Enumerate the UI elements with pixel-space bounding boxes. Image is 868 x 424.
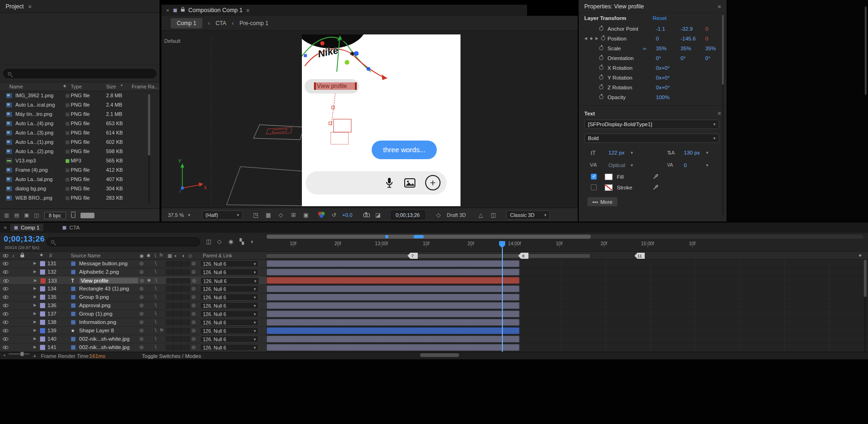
- frame-blending-icon[interactable]: ▚: [240, 238, 244, 245]
- list-item[interactable]: Auto La...(2).pngPNG file598 KB: [0, 147, 160, 156]
- timeline-zoom-slider[interactable]: [8, 353, 30, 355]
- region-of-interest-icon[interactable]: ◳: [252, 212, 260, 218]
- tracking-value[interactable]: 0: [684, 162, 687, 168]
- parent-pickwhip-icon[interactable]: ◎: [192, 303, 196, 308]
- font-style-dropdown[interactable]: Bold▾: [584, 134, 719, 143]
- quality-icon[interactable]: ∖: [154, 269, 157, 274]
- layer-color-chip[interactable]: [40, 303, 45, 308]
- quality-icon[interactable]: ∖: [154, 336, 157, 341]
- parent-pickwhip-icon[interactable]: ◎: [192, 261, 196, 266]
- layer-switches[interactable]: [166, 319, 190, 325]
- plus-button[interactable]: +: [425, 175, 441, 190]
- shy-icon[interactable]: ◎: [140, 344, 144, 350]
- input-dock-pill[interactable]: +: [306, 171, 447, 195]
- parent-link-dropdown[interactable]: 126. Null 6▾: [200, 260, 259, 267]
- list-item[interactable]: WEB BRO...pngPNG file283 KB: [0, 194, 160, 203]
- layer-name[interactable]: Rectangle 43 (1).png: [79, 286, 138, 291]
- column-type[interactable]: Type: [71, 84, 82, 89]
- value-x[interactable]: -1.1: [656, 26, 665, 32]
- more-button[interactable]: •••More: [587, 197, 618, 207]
- reset-exposure-icon[interactable]: ↺: [330, 212, 338, 218]
- table-row[interactable]: ▶135Group 9.png◎∖◎126. Null 6▾: [0, 293, 267, 302]
- list-item[interactable]: Auto La...(3).pngPNG file614 KB: [0, 128, 160, 138]
- comp-marker[interactable]: 7: [407, 253, 418, 259]
- link-icon[interactable]: ∞: [643, 46, 647, 51]
- tab-project[interactable]: Project: [6, 3, 24, 10]
- label-chip[interactable]: [66, 131, 69, 135]
- quality-column-icon[interactable]: ∖: [154, 253, 157, 258]
- close-icon[interactable]: ×: [166, 7, 169, 13]
- parent-link-dropdown[interactable]: 126. Null 6▾: [200, 269, 259, 276]
- layer-switches[interactable]: [166, 269, 190, 275]
- layer-duration-bar[interactable]: [267, 327, 520, 334]
- column-name[interactable]: Name: [9, 84, 23, 89]
- value-x[interactable]: 35%: [656, 46, 667, 51]
- expand-arrow-icon[interactable]: ▶: [33, 261, 36, 265]
- layer-switches[interactable]: [166, 286, 190, 292]
- eye-icon[interactable]: [3, 337, 8, 341]
- stroke-swatch[interactable]: [605, 184, 613, 191]
- caret-down-icon[interactable]: ▾: [706, 163, 708, 168]
- zoom-in-icon[interactable]: ▲: [33, 353, 37, 358]
- parent-link-dropdown[interactable]: 126. Null 6▾: [200, 310, 259, 317]
- parent-pickwhip-icon[interactable]: ◎: [192, 328, 196, 333]
- parent-pickwhip-icon[interactable]: ◎: [192, 336, 196, 341]
- expand-arrow-icon[interactable]: ▶: [33, 320, 36, 324]
- caret-down-icon[interactable]: ▾: [706, 150, 708, 155]
- value-y[interactable]: 0°: [681, 55, 686, 61]
- panel-menu-icon[interactable]: ≡: [28, 4, 32, 9]
- parent-link-dropdown[interactable]: 126. Null 6▾: [200, 336, 259, 343]
- lock-column-icon[interactable]: [20, 255, 24, 257]
- zoom-level[interactable]: 37.5 %: [168, 212, 184, 218]
- parent-pickwhip-icon[interactable]: ◎: [192, 294, 196, 299]
- audio-column-icon[interactable]: ♪: [12, 253, 14, 258]
- caret-down-icon[interactable]: ▾: [631, 163, 633, 168]
- parent-link-dropdown[interactable]: 126. Null 6▾: [200, 285, 259, 292]
- panel-menu-icon[interactable]: ≡: [246, 7, 249, 13]
- list-item[interactable]: Auto La...tal.pngPNG file407 KB: [0, 175, 160, 184]
- exposure-value[interactable]: +0.0: [342, 212, 353, 218]
- motion-blur-column-icon[interactable]: ◐: [174, 253, 177, 258]
- quality-icon[interactable]: ∖: [154, 286, 157, 291]
- eyedropper-icon[interactable]: [653, 184, 659, 190]
- toggle-switches-button[interactable]: Toggle Switches / Modes: [142, 353, 201, 359]
- stopwatch-icon[interactable]: [601, 36, 605, 40]
- layer-color-chip[interactable]: [40, 295, 45, 300]
- tab-comp1[interactable]: Comp 1: [10, 224, 43, 231]
- layer-duration-bar[interactable]: [267, 319, 520, 326]
- view-profile-pill[interactable]: View profile: [305, 79, 359, 94]
- value-z[interactable]: 0°: [705, 55, 710, 61]
- layer-duration-bar[interactable]: [267, 294, 520, 301]
- layer-name[interactable]: Shape Layer 8: [79, 328, 138, 333]
- label-chip[interactable]: [66, 94, 69, 98]
- expand-arrow-icon[interactable]: ▶: [33, 295, 36, 299]
- layer-duration-bar-selected[interactable]: [267, 277, 520, 284]
- expand-arrow-icon[interactable]: ▶: [33, 303, 36, 307]
- renderer-dropdown[interactable]: Classic 3D▾: [506, 210, 550, 220]
- list-item[interactable]: Auto La...(4).pngPNG file653 KB: [0, 119, 160, 128]
- tab-composition[interactable]: Composition Comp 1: [188, 7, 243, 13]
- horizontal-scrollbar[interactable]: [420, 353, 459, 357]
- close-icon[interactable]: ×: [4, 225, 7, 230]
- path-handle-square[interactable]: [304, 54, 307, 57]
- layer-name[interactable]: Message button.png: [79, 261, 138, 266]
- add-keyframe-icon[interactable]: ◆: [590, 36, 593, 40]
- shy-layers-icon[interactable]: ◉: [228, 238, 233, 245]
- cube-column-icon[interactable]: ◇: [188, 253, 192, 258]
- layer-name[interactable]: Group 9.png: [79, 294, 138, 300]
- value[interactable]: 0x+0°: [656, 75, 670, 81]
- zoom-out-icon[interactable]: ▲: [3, 353, 6, 357]
- layer-switches[interactable]: [166, 328, 190, 334]
- table-row[interactable]: ▶138Information.png◎∖◎126. Null 6▾: [0, 318, 267, 327]
- table-row[interactable]: ▶137Group (1).png◎∖◎126. Null 6▾: [0, 310, 267, 318]
- stopwatch-icon[interactable]: [599, 46, 603, 50]
- adjustment-column-icon[interactable]: ◑: [181, 253, 184, 258]
- layer-switches[interactable]: [166, 278, 190, 284]
- layer-name[interactable]: View profile: [80, 278, 138, 283]
- marker-row[interactable]: 7 8 11 ◆: [267, 251, 868, 260]
- layer-duration-bar[interactable]: [267, 336, 520, 343]
- expand-arrow-icon[interactable]: ▶: [33, 311, 36, 316]
- layer-color-chip[interactable]: [40, 278, 46, 283]
- draft-3d-toggle-icon[interactable]: ◇: [217, 238, 221, 245]
- layer-switches[interactable]: [166, 261, 190, 267]
